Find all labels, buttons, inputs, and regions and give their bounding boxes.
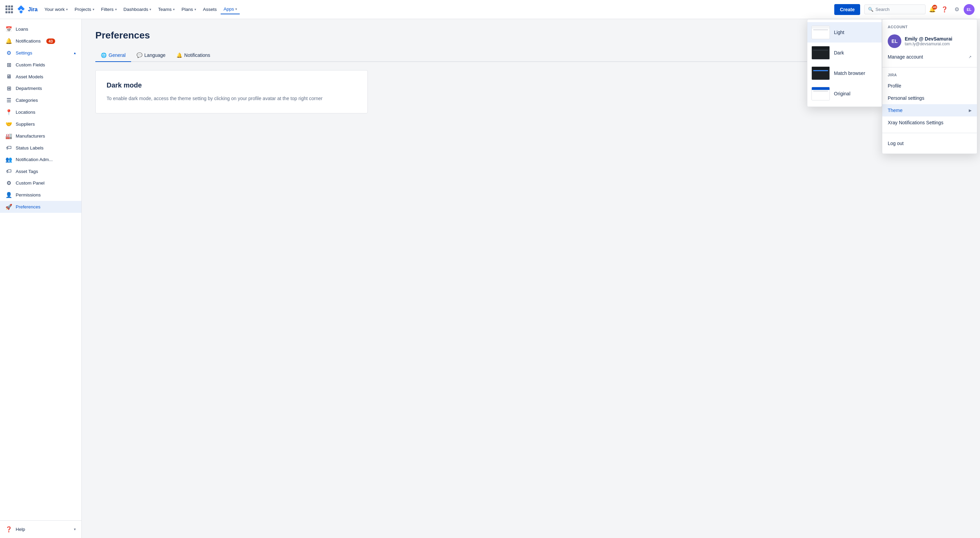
departments-icon: ⊞: [5, 85, 12, 92]
chevron-right-icon: ▶: [969, 108, 972, 113]
tab-notifications[interactable]: 🔔 Notifications: [171, 49, 216, 62]
nav-filters[interactable]: Filters ▾: [99, 5, 119, 14]
locations-icon: 📍: [5, 109, 12, 115]
dark-mode-title: Dark mode: [107, 81, 356, 89]
account-section-label: ACCOUNT: [882, 24, 977, 32]
permissions-icon: 👤: [5, 192, 12, 198]
personal-settings-item[interactable]: Personal settings: [882, 92, 977, 104]
help-icon: ❓: [941, 6, 948, 13]
manufacturers-icon: 🏭: [5, 133, 12, 139]
sidebar-item-notification-adm[interactable]: 👥 Notification Adm...: [0, 154, 81, 166]
dropdown-profile: EL Emily @ DevSamurai tam.ly@devsamurai.…: [882, 32, 977, 51]
xray-notifications-item[interactable]: Xray Notifications Settings: [882, 116, 977, 129]
help-button[interactable]: ❓: [939, 4, 950, 15]
chevron-down-icon: ▾: [194, 8, 196, 11]
sidebar: 📅 Loans 🔔 Notifications 43 ⚙ Settings ▴ …: [0, 19, 82, 538]
theme-original[interactable]: Original: [807, 83, 881, 104]
nav-plans[interactable]: Plans ▾: [179, 5, 199, 14]
jira-section: JIRA Profile Personal settings Theme ▶ X…: [882, 67, 977, 133]
sidebar-item-help[interactable]: ❓ Help ▾: [0, 524, 81, 535]
sidebar-item-asset-models[interactable]: 🖥 Asset Models: [0, 71, 81, 83]
custom-fields-icon: ⊞: [5, 62, 12, 68]
sidebar-item-preferences[interactable]: 🚀 Preferences: [0, 201, 81, 213]
sidebar-item-notifications[interactable]: 🔔 Notifications 43: [0, 35, 81, 47]
logout-section: Log out: [882, 133, 977, 154]
nav-projects[interactable]: Projects ▾: [72, 5, 97, 14]
search-placeholder: Search: [875, 7, 889, 12]
theme-match-browser[interactable]: Match browser: [807, 63, 881, 83]
external-link-icon: ↗: [969, 55, 972, 59]
sidebar-item-suppliers[interactable]: 🤝 Suppliers: [0, 118, 81, 130]
theme-light-preview: [811, 25, 830, 39]
chevron-down-icon: ▾: [115, 8, 117, 11]
theme-item[interactable]: Theme ▶: [882, 104, 977, 116]
asset-tags-icon: 🏷: [5, 168, 12, 174]
gear-icon: ⚙: [955, 6, 959, 13]
account-dropdown: ACCOUNT EL Emily @ DevSamurai tam.ly@dev…: [882, 19, 977, 154]
sidebar-settings-header[interactable]: ⚙ Settings ▴: [0, 47, 81, 59]
preferences-icon: 🚀: [5, 204, 12, 210]
theme-submenu: Light Dark Match browser Original: [807, 19, 882, 107]
theme-light[interactable]: Light: [807, 22, 881, 43]
sidebar-item-loans[interactable]: 📅 Loans: [0, 23, 81, 35]
chevron-down-icon: ▾: [74, 527, 76, 532]
sidebar-bottom: ❓ Help ▾: [0, 520, 81, 538]
nav-teams[interactable]: Teams ▾: [155, 5, 177, 14]
loans-icon: 📅: [5, 26, 12, 32]
profile-item[interactable]: Profile: [882, 80, 977, 92]
nav-your-work[interactable]: Your work ▾: [41, 5, 70, 14]
sidebar-item-permissions[interactable]: 👤 Permissions: [0, 189, 81, 201]
sidebar-item-manufacturers[interactable]: 🏭 Manufacturers: [0, 130, 81, 142]
sidebar-item-status-labels[interactable]: 🏷 Status Labels: [0, 142, 81, 154]
apps-grid-icon[interactable]: [5, 5, 14, 14]
create-button[interactable]: Create: [834, 4, 860, 15]
sidebar-item-custom-panel[interactable]: ⚙ Custom Panel: [0, 177, 81, 189]
search-box[interactable]: 🔍 Search: [864, 5, 926, 14]
chevron-up-icon: ▴: [74, 51, 76, 55]
tab-general[interactable]: 🌐 General: [95, 49, 131, 62]
tab-language[interactable]: 💬 Language: [131, 49, 171, 62]
status-labels-icon: 🏷: [5, 145, 12, 151]
sidebar-item-departments[interactable]: ⊞ Departments: [0, 83, 81, 94]
jira-section-label: JIRA: [882, 72, 977, 80]
suppliers-icon: 🤝: [5, 121, 12, 127]
bell-tab-icon: 🔔: [177, 53, 182, 58]
chevron-down-icon: ▾: [235, 7, 237, 11]
custom-panel-icon: ⚙: [5, 180, 12, 186]
manage-account-item[interactable]: Manage account ↗: [882, 51, 977, 63]
notifications-button[interactable]: 🔔 43: [927, 4, 938, 15]
dark-mode-desc: To enable dark mode, access the theme se…: [107, 95, 356, 102]
settings-icon: ⚙: [5, 50, 12, 56]
user-avatar[interactable]: EL: [964, 4, 975, 15]
bell-icon: 🔔: [5, 38, 12, 44]
nav-dashboards[interactable]: Dashboards ▾: [121, 5, 154, 14]
chevron-down-icon: ▾: [92, 8, 94, 11]
chat-icon: 💬: [137, 53, 142, 58]
notification-badge: 43: [932, 5, 937, 10]
nav-assets[interactable]: Assets: [200, 5, 220, 14]
logo-text: Jira: [28, 6, 37, 13]
asset-models-icon: 🖥: [5, 73, 12, 80]
notification-adm-icon: 👥: [5, 156, 12, 163]
settings-button[interactable]: ⚙: [951, 4, 962, 15]
dark-mode-card: Dark mode To enable dark mode, access th…: [95, 70, 368, 113]
chevron-down-icon: ▾: [173, 8, 175, 11]
sidebar-item-asset-tags[interactable]: 🏷 Asset Tags: [0, 166, 81, 177]
sidebar-item-custom-fields[interactable]: ⊞ Custom Fields: [0, 59, 81, 71]
user-email: tam.ly@devsamurai.com: [905, 41, 952, 46]
jira-logo[interactable]: Jira: [16, 5, 37, 14]
help-circle-icon: ❓: [5, 526, 12, 533]
user-name: Emily @ DevSamurai: [905, 36, 952, 41]
theme-dark[interactable]: Dark: [807, 43, 881, 63]
account-section: ACCOUNT EL Emily @ DevSamurai tam.ly@dev…: [882, 19, 977, 67]
nav-apps[interactable]: Apps ▾: [221, 5, 240, 14]
sidebar-item-locations[interactable]: 📍 Locations: [0, 106, 81, 118]
dropdown-avatar: EL: [888, 34, 901, 48]
logout-item[interactable]: Log out: [882, 137, 977, 150]
top-navigation: Jira Your work ▾ Projects ▾ Filters ▾ Da…: [0, 0, 980, 19]
chevron-down-icon: ▾: [150, 8, 151, 11]
sidebar-item-categories[interactable]: ☰ Categories: [0, 94, 81, 106]
theme-match-preview: [811, 67, 830, 80]
categories-icon: ☰: [5, 97, 12, 103]
theme-dark-preview: [811, 46, 830, 60]
